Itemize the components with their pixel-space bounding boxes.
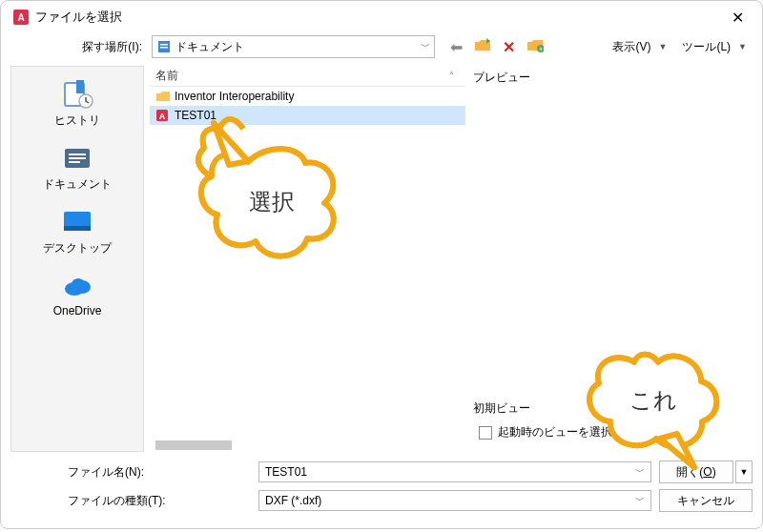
- file-list-header[interactable]: 名前 ˄: [150, 66, 465, 87]
- chevron-down-icon: ﹀: [635, 494, 645, 507]
- svg-rect-15: [64, 226, 91, 231]
- filetype-row: ファイルの種類(T): DXF (*.dxf) ﹀ キャンセル: [10, 486, 753, 515]
- filename-value: TEST01: [265, 465, 307, 479]
- delete-button[interactable]: ✕: [503, 38, 515, 56]
- documents-icon: [61, 144, 93, 173]
- onedrive-icon: [61, 272, 93, 300]
- filetype-combo[interactable]: DXF (*.dxf) ﹀: [258, 490, 651, 511]
- initial-view-checkbox[interactable]: [479, 426, 492, 440]
- chevron-down-icon: ﹀: [635, 465, 645, 479]
- preview-panel: プレビュー 初期ビュー 起動時のビューを選択する(E): [471, 66, 753, 452]
- file-select-dialog: A ファイルを選択 ✕ 探す場所(I): ドキュメント ﹀ ⬅ ✕ + 表示(V…: [0, 0, 763, 529]
- svg-rect-11: [69, 153, 86, 155]
- file-list-area: 名前 ˄ Inventor Interoperability A TEST01: [150, 66, 465, 452]
- lookin-label: 探す場所(I):: [9, 39, 152, 55]
- folder-icon: [155, 90, 171, 103]
- view-menu-chevron-icon[interactable]: ▼: [658, 42, 667, 51]
- filetype-label: ファイルの種類(T):: [10, 493, 258, 509]
- tools-menu-button[interactable]: ツール(L): [680, 37, 732, 57]
- nav-toolbar: ⬅ ✕ +: [450, 37, 544, 56]
- cancel-button[interactable]: キャンセル: [659, 489, 753, 512]
- autocad-file-icon: A: [155, 109, 171, 122]
- view-tools-menus: 表示(V) ▼ ツール(L) ▼: [610, 37, 754, 57]
- filename-row: ファイル名(N): TEST01 ﹀ 開く(O) ▼: [10, 458, 753, 486]
- svg-rect-4: [160, 47, 168, 49]
- places-bar: ヒストリ ドキュメント デスクトップ OneDrive: [10, 66, 144, 452]
- svg-rect-13: [69, 161, 80, 163]
- main-area: ヒストリ ドキュメント デスクトップ OneDrive: [1, 66, 762, 452]
- filename-combo[interactable]: TEST01 ﹀: [258, 461, 651, 482]
- file-row-folder[interactable]: Inventor Interoperability: [150, 87, 465, 106]
- file-name: TEST01: [175, 109, 217, 122]
- view-menu-button[interactable]: 表示(V): [610, 37, 652, 57]
- places-item-documents[interactable]: ドキュメント: [11, 138, 143, 200]
- svg-point-18: [72, 278, 85, 290]
- filetype-value: DXF (*.dxf): [265, 494, 321, 507]
- places-item-desktop[interactable]: デスクトップ: [11, 202, 143, 264]
- places-item-history[interactable]: ヒストリ: [11, 74, 143, 136]
- close-button[interactable]: ✕: [718, 9, 756, 27]
- bottom-panel: ファイル名(N): TEST01 ﹀ 開く(O) ▼ ファイルの種類(T): D…: [1, 452, 762, 528]
- open-button-dropdown[interactable]: ▼: [735, 460, 753, 483]
- chevron-down-icon: ﹀: [421, 40, 430, 53]
- lookin-combo[interactable]: ドキュメント ﹀: [152, 35, 435, 58]
- history-icon: [61, 80, 93, 109]
- column-name: 名前: [150, 68, 437, 84]
- file-name: Inventor Interoperability: [175, 90, 294, 103]
- file-row-autocad[interactable]: A TEST01: [150, 106, 465, 125]
- open-button[interactable]: 開く(O): [659, 460, 733, 483]
- up-folder-button[interactable]: [474, 37, 491, 56]
- tools-menu-chevron-icon[interactable]: ▼: [738, 42, 747, 51]
- svg-rect-3: [160, 44, 168, 46]
- file-list[interactable]: Inventor Interoperability A TEST01: [150, 87, 465, 452]
- open-button-label: 開く(O): [676, 464, 715, 481]
- desktop-icon: [61, 208, 93, 236]
- documents-icon: [156, 39, 172, 54]
- svg-text:A: A: [17, 12, 24, 23]
- cancel-button-label: キャンセル: [677, 493, 734, 509]
- svg-text:+: +: [539, 46, 543, 52]
- places-item-label: デスクトップ: [11, 240, 143, 256]
- new-folder-button[interactable]: +: [526, 37, 544, 56]
- titlebar: A ファイルを選択 ✕: [1, 1, 762, 33]
- svg-rect-8: [76, 80, 84, 93]
- back-button[interactable]: ⬅: [450, 38, 463, 56]
- autocad-app-icon: A: [12, 9, 30, 26]
- horizontal-scrollbar[interactable]: [155, 440, 232, 450]
- filename-label: ファイル名(N):: [10, 464, 258, 481]
- dialog-title: ファイルを選択: [35, 9, 718, 26]
- svg-text:A: A: [159, 112, 166, 121]
- initial-view-checkbox-row: 起動時のビューを選択する(E): [471, 422, 753, 452]
- places-item-onedrive[interactable]: OneDrive: [11, 266, 143, 325]
- places-item-label: OneDrive: [11, 304, 143, 317]
- initial-view-checkbox-label: 起動時のビューを選択する(E): [498, 424, 650, 440]
- initial-view-label: 初期ビュー: [471, 399, 753, 422]
- lookin-value: ドキュメント: [175, 39, 421, 55]
- lookin-row: 探す場所(I): ドキュメント ﹀ ⬅ ✕ + 表示(V) ▼ ツール(L) ▼: [1, 33, 762, 66]
- svg-rect-12: [69, 157, 86, 159]
- places-item-label: ヒストリ: [11, 113, 143, 129]
- preview-box: [471, 90, 753, 399]
- preview-label: プレビュー: [471, 66, 753, 90]
- sort-indicator-icon: ˄: [437, 71, 465, 81]
- places-item-label: ドキュメント: [11, 176, 143, 193]
